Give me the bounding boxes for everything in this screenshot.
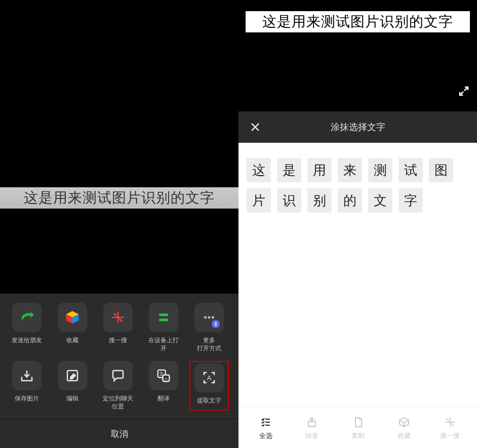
cancel-button[interactable]: 取消 xyxy=(0,419,238,448)
bottom-toolbar: 全选 转发 复制 xyxy=(238,406,477,448)
char-cell[interactable]: 是 xyxy=(277,158,301,182)
char-cell[interactable]: 文 xyxy=(368,188,392,213)
char-cell[interactable]: 用 xyxy=(307,158,332,182)
spark-line-icon xyxy=(444,416,456,428)
action-row-1: 发送给朋友 收藏 xyxy=(0,303,238,360)
edit-square-icon xyxy=(58,361,87,390)
svg-point-12 xyxy=(161,314,162,316)
left-screen: 这是用来测试图片识别的文字 发送给朋友 收藏 xyxy=(0,0,238,448)
action-label: 保存图片 xyxy=(15,394,39,402)
mini-program-badge-icon xyxy=(212,320,220,328)
image-text-strip: 这是用来测试图片识别的文字 xyxy=(246,11,470,32)
save-image-button[interactable]: 保存图片 xyxy=(7,361,47,411)
svg-point-14 xyxy=(204,316,207,319)
char-cell[interactable]: 别 xyxy=(307,188,332,213)
tool-label: 搜一搜 xyxy=(440,431,460,440)
char-cell[interactable]: 字 xyxy=(399,188,423,213)
collect-button[interactable]: 收藏 xyxy=(386,416,422,440)
char-cell[interactable]: 片 xyxy=(247,188,271,213)
image-text-strip: 这是用来测试图片识别的文字 xyxy=(0,187,238,209)
action-label: 在设备上打 开 xyxy=(148,336,179,352)
search-button-bottom[interactable]: 搜一搜 xyxy=(432,416,468,440)
svg-line-27 xyxy=(263,418,264,420)
char-cell[interactable]: 这 xyxy=(247,158,271,182)
char-cell[interactable]: 测 xyxy=(368,158,392,182)
svg-line-43 xyxy=(447,419,449,421)
action-label: 定位到聊天 位置 xyxy=(103,394,133,411)
action-row-2: 保存图片 编辑 定位到聊天 位置 xyxy=(0,361,238,419)
expand-button[interactable] xyxy=(458,85,470,97)
svg-point-15 xyxy=(208,316,211,319)
tool-label: 收藏 xyxy=(398,431,411,440)
svg-line-8 xyxy=(114,314,116,316)
translate-button[interactable]: 文 A 翻译 xyxy=(144,361,183,411)
selection-title: 涂抹选择文字 xyxy=(238,121,477,133)
action-label: 提取文字 xyxy=(197,396,221,404)
locate-chat-button[interactable]: 定位到聊天 位置 xyxy=(98,361,138,411)
tool-label: 转发 xyxy=(305,431,319,440)
svg-line-33 xyxy=(263,424,264,426)
tool-label: 复制 xyxy=(351,431,365,440)
image-preview-area: 这是用来测试图片识别的文字 xyxy=(238,0,477,111)
cube-line-icon xyxy=(398,416,410,428)
right-screen: 这是用来测试图片识别的文字 涂抹选择文字 这 是 用 来 测 试 图 片 识 别… xyxy=(238,0,477,448)
spark-icon xyxy=(103,303,133,332)
action-label: 发送给朋友 xyxy=(12,336,42,344)
svg-text:A: A xyxy=(165,376,168,381)
action-label: 更多 打开方式 xyxy=(197,336,221,352)
share-up-icon xyxy=(306,416,318,428)
edit-button[interactable]: 编辑 xyxy=(53,361,92,411)
char-cell[interactable]: 来 xyxy=(338,158,362,182)
close-button[interactable] xyxy=(248,119,263,135)
forward-button[interactable]: 转发 xyxy=(294,416,330,440)
device-bars-icon xyxy=(149,303,178,332)
checklist-icon xyxy=(260,416,272,428)
svg-point-13 xyxy=(161,319,162,321)
copy-button[interactable]: 复制 xyxy=(340,416,376,440)
svg-point-3 xyxy=(116,316,120,319)
action-label: 搜一搜 xyxy=(109,336,127,344)
more-open-with-button[interactable]: 更多 打开方式 xyxy=(189,303,229,352)
share-arrow-icon xyxy=(12,303,42,332)
tool-label: 全选 xyxy=(259,431,272,440)
char-cell[interactable]: 识 xyxy=(277,188,301,213)
action-label: 编辑 xyxy=(66,394,78,402)
download-icon xyxy=(12,361,42,390)
char-grid: 这 是 用 来 测 试 图 片 识 别 的 文 字 xyxy=(238,143,477,228)
action-sheet: 发送给朋友 收藏 xyxy=(0,294,238,448)
char-cell[interactable]: 试 xyxy=(399,158,423,182)
search-button[interactable]: 搜一搜 xyxy=(98,303,138,352)
action-label: 翻译 xyxy=(157,394,170,402)
svg-point-16 xyxy=(212,316,214,319)
doc-icon xyxy=(352,416,364,428)
selection-header: 涂抹选择文字 xyxy=(238,111,477,143)
image-viewer[interactable]: 这是用来测试图片识别的文字 xyxy=(0,0,238,294)
char-cell[interactable]: 的 xyxy=(338,188,362,213)
svg-line-30 xyxy=(263,421,264,423)
svg-point-38 xyxy=(449,421,451,423)
action-label: 收藏 xyxy=(66,336,78,344)
cube-color-icon xyxy=(58,303,87,332)
svg-text:A: A xyxy=(207,375,212,382)
char-cell[interactable]: 图 xyxy=(429,158,453,182)
extract-text-button[interactable]: A 提取文字 xyxy=(189,361,229,411)
translate-icon: 文 A xyxy=(149,361,178,390)
select-all-button[interactable]: 全选 xyxy=(248,416,284,440)
scan-text-icon: A xyxy=(194,363,224,392)
send-to-friend-button[interactable]: 发送给朋友 xyxy=(7,303,47,352)
open-on-device-button[interactable]: 在设备上打 开 xyxy=(144,303,183,352)
favorite-button[interactable]: 收藏 xyxy=(53,303,92,352)
svg-marker-36 xyxy=(400,418,409,423)
svg-line-44 xyxy=(452,424,453,425)
svg-line-9 xyxy=(120,319,122,321)
more-dots-icon xyxy=(194,303,224,332)
chat-bubble-icon xyxy=(103,361,133,390)
